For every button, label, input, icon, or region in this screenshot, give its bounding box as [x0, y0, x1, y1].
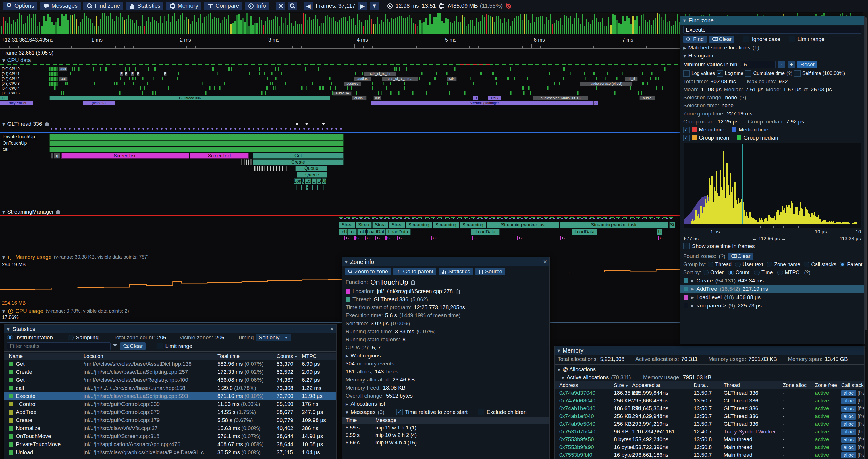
message-marker[interactable]: [348, 218, 350, 219]
instrumentation-radio[interactable]: [7, 335, 13, 340]
frame-bar[interactable]: [550, 14, 551, 34]
message-marker[interactable]: [129, 128, 130, 130]
frame-bar[interactable]: [359, 20, 360, 34]
message-marker[interactable]: [525, 218, 527, 219]
frame-bar[interactable]: [192, 21, 193, 34]
timeline-zone[interactable]: [261, 166, 263, 171]
frame-bar[interactable]: [146, 21, 147, 34]
prev-frame-button[interactable]: ◀: [304, 2, 313, 10]
message-marker[interactable]: [601, 218, 603, 219]
message-marker[interactable]: [553, 218, 555, 219]
frame-bar[interactable]: [232, 23, 234, 34]
frame-bar[interactable]: [558, 21, 559, 34]
message-marker[interactable]: [610, 218, 611, 219]
frame-bar[interactable]: [307, 20, 308, 34]
frame-bar[interactable]: [15, 22, 17, 34]
decrement-button[interactable]: -: [778, 61, 785, 68]
frame-bar[interactable]: [456, 17, 457, 34]
group-by-radio-parent[interactable]: [840, 262, 845, 267]
message-marker[interactable]: [55, 128, 57, 130]
message-marker[interactable]: [445, 218, 446, 219]
cpu-zone[interactable]: cds_ol_rx_thr: [364, 72, 396, 76]
timeline-zone[interactable]: LoadData: [571, 229, 597, 235]
frame-bar[interactable]: [118, 17, 119, 34]
message-marker[interactable]: [533, 218, 535, 219]
message-marker[interactable]: [64, 128, 66, 130]
cpu-zone[interactable]: aut: [373, 96, 381, 100]
frame-bar[interactable]: [3, 17, 4, 34]
message-marker[interactable]: [622, 218, 623, 219]
exclude-children-checkbox[interactable]: [478, 409, 484, 415]
frame-bar[interactable]: [462, 14, 463, 34]
message-marker[interactable]: [581, 218, 583, 219]
timeline-zone[interactable]: g: [54, 153, 60, 159]
frame-bar[interactable]: [373, 24, 374, 34]
frame-bar[interactable]: [248, 26, 250, 34]
allocation-row[interactable]: 0x74ab1be040186.68 KB294,645,364ns13:50.…: [555, 404, 864, 412]
timeline-zone[interactable]: [244, 159, 245, 165]
help-marker[interactable]: (?): [786, 71, 793, 76]
message-marker[interactable]: [396, 218, 398, 219]
frame-bar[interactable]: [604, 26, 606, 34]
message-marker[interactable]: [577, 218, 579, 219]
zone-marker[interactable]: Ci: [431, 236, 432, 240]
frame-bar[interactable]: [679, 22, 680, 34]
frame-bar[interactable]: [250, 17, 252, 34]
timeline-zone[interactable]: [250, 159, 252, 165]
frame-bar[interactable]: [429, 14, 431, 34]
disconnect-icon[interactable]: [505, 3, 512, 9]
zone-marker[interactable]: C: [344, 236, 345, 240]
frame-bar[interactable]: [576, 13, 577, 34]
frame-bar[interactable]: [420, 20, 421, 34]
statistics-row[interactable]: AddTreejni/../jni/src/guif/Control.cpp:6…: [4, 408, 336, 416]
message-marker[interactable]: [101, 128, 103, 130]
timeline-zone[interactable]: [241, 159, 242, 165]
cpu-zone[interactable]: GLThread 336: [50, 96, 330, 100]
frame-select-button[interactable]: ▼: [370, 2, 379, 10]
frame-bar[interactable]: [661, 17, 662, 34]
frame-bar[interactable]: [614, 14, 616, 34]
help-marker[interactable]: (?): [740, 94, 746, 101]
expand-arrow-icon[interactable]: [691, 302, 694, 309]
expand-arrow-icon[interactable]: [345, 353, 348, 359]
frame-bar[interactable]: [164, 15, 165, 34]
frame-bar[interactable]: [643, 14, 644, 34]
message-marker[interactable]: [461, 218, 462, 219]
statistics-row[interactable]: Createjni/../jni/src/claw/base/LuaScript…: [4, 368, 336, 376]
alloc-callstack-button[interactable]: alloc: [841, 452, 856, 458]
frame-bar[interactable]: [421, 23, 423, 34]
frame-bar[interactable]: [69, 14, 71, 34]
message-marker[interactable]: [626, 218, 627, 219]
frame-bar[interactable]: [653, 20, 654, 34]
expand-arrow-icon[interactable]: [683, 44, 686, 51]
frame-bar[interactable]: [367, 20, 368, 34]
frame-bar[interactable]: [510, 26, 511, 34]
message-marker[interactable]: [541, 218, 543, 219]
message-marker[interactable]: [294, 128, 296, 130]
statistics-row[interactable]: Get/mnt/e/claw/src/claw/base/AssetDict.h…: [4, 360, 336, 368]
message-marker[interactable]: [356, 218, 358, 219]
toolbar-button-info[interactable]: Info: [245, 2, 269, 10]
frame-bar[interactable]: [393, 19, 394, 34]
column-header-thread[interactable]: Thread: [723, 382, 740, 389]
copy-icon[interactable]: [455, 289, 460, 294]
frame-bar[interactable]: [98, 26, 99, 34]
message-marker[interactable]: [585, 218, 587, 219]
frame-bar[interactable]: [37, 26, 38, 34]
frame-bar[interactable]: [612, 14, 614, 34]
frame-bar[interactable]: [568, 18, 569, 34]
message-marker[interactable]: [557, 218, 559, 219]
log-time-checkbox[interactable]: [717, 70, 723, 77]
timeline-zone[interactable]: Streaming: [433, 222, 459, 228]
timeline-zone[interactable]: [297, 185, 297, 190]
frame-bar[interactable]: [154, 20, 155, 34]
message-marker[interactable]: [197, 128, 199, 130]
frame-bar[interactable]: [383, 22, 384, 34]
frame-bar[interactable]: [349, 16, 350, 34]
message-marker[interactable]: [60, 128, 61, 130]
zone-marker[interactable]: C: [560, 236, 561, 240]
frame-bar[interactable]: [5, 21, 6, 34]
timeline-zone[interactable]: Strea: [389, 222, 405, 228]
collapse-arrow-icon[interactable]: [2, 254, 5, 261]
frame-bar[interactable]: [506, 22, 507, 34]
